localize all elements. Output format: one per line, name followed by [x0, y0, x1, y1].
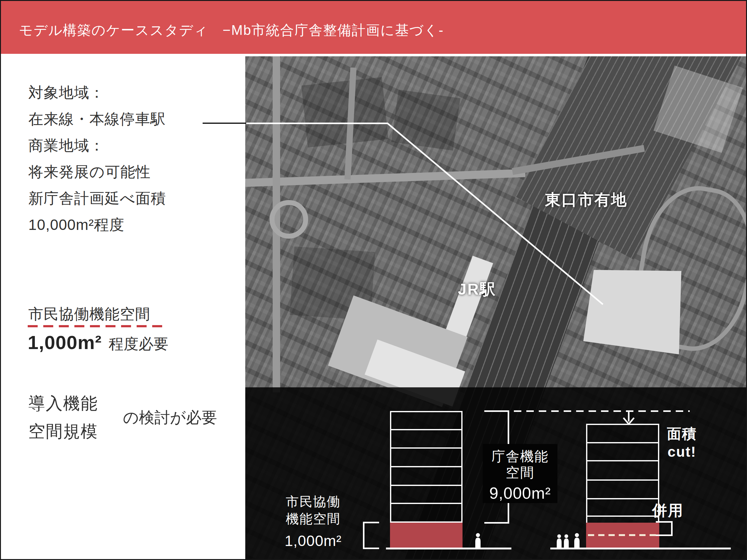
- condition-line: 商業地域：: [28, 132, 166, 159]
- bracket-1000-vertical: [363, 522, 364, 549]
- area-cut-label: 面積 cut!: [663, 425, 701, 461]
- person-icon: [556, 534, 563, 548]
- height-dashed-line: [514, 410, 690, 412]
- shared-use-dashed-line: [588, 534, 658, 536]
- east-exit-site-plot: [578, 264, 687, 361]
- roundabout: [269, 200, 308, 239]
- bracket-9000-bottom-tick: [484, 522, 509, 524]
- office-label-line1: 庁舎機能: [483, 448, 558, 464]
- floor-line: [391, 429, 461, 430]
- city-block: [391, 89, 460, 151]
- person-icon: [474, 533, 482, 548]
- city-block: [301, 77, 388, 148]
- floor-line: [587, 479, 658, 481]
- floor-line: [391, 485, 461, 486]
- bottom-label-line1: 市民協働: [279, 493, 347, 510]
- floor-line: [391, 466, 461, 467]
- citizen-space-value: 1,000m²: [28, 331, 102, 353]
- citizen-space-value-row: 1,000m² 程度必要: [28, 331, 169, 354]
- slide: モデル構築のケーススタディ −Mb市統合庁舎整備計画に基づく- 東口市有地 JR…: [0, 0, 747, 560]
- page-title: モデル構築のケーススタディ −Mb市統合庁舎整備計画に基づく-: [1, 16, 444, 39]
- cut-line1: 面積: [663, 425, 701, 443]
- citizen-space-suffix: 程度必要: [109, 334, 169, 354]
- bracket-1000-top-tick: [363, 522, 379, 523]
- wall-connector: [586, 516, 587, 523]
- condition-line: 新庁舎計画延べ面積: [28, 185, 166, 212]
- person-icon: [563, 534, 570, 548]
- conditions-list: 対象地域： 在来線・本線停車駅 商業地域： 将来発展の可能性 新庁舎計画延べ面積…: [28, 79, 166, 238]
- policy-line2: 空間規模: [28, 420, 98, 443]
- floor-line: [587, 460, 658, 461]
- leader-line-black: [203, 123, 246, 124]
- building-right: [586, 424, 659, 517]
- header-banner: モデル構築のケーススタディ −Mb市統合庁舎整備計画に基づく-: [1, 1, 746, 54]
- bottom-label-value: 1,000m²: [279, 532, 347, 550]
- bracket-shared-vertical: [671, 521, 673, 536]
- condition-line: 在来線・本線停車駅: [28, 106, 166, 132]
- citizen-space-bottom-label: 市民協働 機能空間 1,000m²: [279, 493, 347, 550]
- leader-line-horizontal: [246, 123, 388, 124]
- office-space-label: 庁舎機能 空間 9,000m²: [483, 444, 558, 503]
- condition-line: 対象地域：: [28, 79, 166, 106]
- condition-line: 10,000m²程度: [28, 212, 166, 238]
- cut-line2: cut!: [663, 443, 701, 461]
- policy-note: の検討が必要: [123, 407, 217, 428]
- map-label-east-site: 東口市有地: [545, 189, 627, 210]
- office-label-line2: 空間: [483, 464, 558, 481]
- red-dashed-underline: [28, 325, 162, 327]
- bracket-shared-bottom-tick: [656, 534, 673, 536]
- bracket-9000-top-tick: [484, 410, 509, 412]
- shared-use-label: 併用: [652, 501, 684, 521]
- road: [245, 169, 525, 187]
- floor-line: [587, 498, 658, 499]
- map-label-jr-station: JR駅: [458, 279, 496, 300]
- citizen-space-title: 市民協働機能空間: [28, 304, 150, 324]
- building-left: [390, 411, 463, 523]
- floor-line: [587, 442, 658, 443]
- policy-line1: 導入機能: [28, 392, 98, 415]
- floor-line: [391, 503, 461, 504]
- bracket-1000-bottom-tick: [363, 548, 379, 549]
- citizen-floor-left: [390, 523, 463, 548]
- bottom-label-line2: 機能空間: [279, 510, 347, 527]
- office-label-value: 9,000m²: [483, 484, 558, 502]
- condition-line: 将来発展の可能性: [28, 159, 166, 185]
- floor-line: [391, 447, 461, 449]
- bracket-shared-top-tick: [656, 521, 673, 523]
- ground-line-left: [386, 548, 511, 550]
- person-icon: [573, 533, 581, 548]
